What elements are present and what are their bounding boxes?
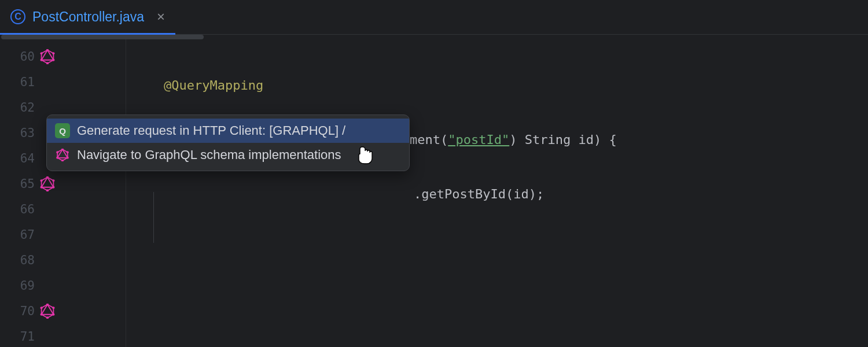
svg-point-23 <box>41 307 43 309</box>
svg-point-11 <box>52 179 54 182</box>
line-number: 67 <box>0 228 35 242</box>
svg-point-20 <box>52 313 54 316</box>
code-line[interactable]: @QueryMapping <box>126 73 868 98</box>
svg-point-30 <box>56 157 58 159</box>
code-line[interactable]: .getPostById(id); <box>126 182 868 207</box>
http-generate-icon: Q <box>55 123 70 138</box>
code-area[interactable]: @QueryMapping ment("postId") String id) … <box>126 39 868 347</box>
svg-point-6 <box>41 59 43 61</box>
gutter: 60 61 62 63 64 65 66 67 68 69 70 71 <box>0 39 126 347</box>
tab-bar: C PostController.java × <box>0 0 868 35</box>
java-class-icon: C <box>10 9 25 24</box>
svg-marker-25 <box>57 149 68 158</box>
popup-item-label: Generate request in HTTP Client: [GRAPHQ… <box>77 123 345 138</box>
line-number: 65 <box>0 177 35 191</box>
line-number: 71 <box>0 330 35 344</box>
svg-marker-9 <box>42 178 54 187</box>
svg-point-12 <box>52 186 54 189</box>
svg-point-4 <box>52 59 54 61</box>
graphql-icon[interactable] <box>39 176 56 192</box>
editor-area: 60 61 62 63 64 65 66 67 68 69 70 71 @Que… <box>0 39 868 347</box>
svg-point-28 <box>67 157 69 159</box>
svg-point-22 <box>41 313 43 316</box>
line-number: 68 <box>0 253 35 267</box>
svg-point-15 <box>41 179 43 182</box>
svg-point-27 <box>67 151 69 153</box>
svg-marker-1 <box>42 50 54 60</box>
code-line[interactable] <box>126 290 868 316</box>
line-number: 60 <box>0 50 35 64</box>
code-line[interactable]: @MutationMapping <box>126 345 868 347</box>
code-line[interactable] <box>126 236 868 261</box>
line-number: 66 <box>0 202 35 216</box>
graphql-icon[interactable] <box>39 49 56 65</box>
popup-item-label: Navigate to GraphQL schema implementatio… <box>77 147 341 163</box>
svg-point-7 <box>41 52 43 54</box>
svg-point-19 <box>52 307 54 309</box>
tab-scroll-thumb[interactable] <box>1 35 204 39</box>
line-number: 62 <box>0 101 35 115</box>
line-number: 64 <box>0 152 35 165</box>
close-tab-icon[interactable]: × <box>157 9 165 25</box>
svg-point-14 <box>41 186 43 189</box>
line-number: 69 <box>0 279 35 293</box>
line-number: 61 <box>0 75 35 89</box>
svg-point-3 <box>52 52 54 54</box>
indent-guide <box>153 192 154 243</box>
svg-marker-17 <box>42 305 54 315</box>
tab-filename: PostController.java <box>32 9 144 25</box>
popup-item-generate-http-request[interactable]: Q Generate request in HTTP Client: [GRAP… <box>47 119 409 143</box>
editor-tab[interactable]: C PostController.java × <box>0 1 175 35</box>
gutter-action-popup: Q Generate request in HTTP Client: [GRAP… <box>46 115 410 171</box>
graphql-icon <box>55 147 70 163</box>
line-number: 63 <box>0 126 35 140</box>
svg-point-31 <box>56 151 58 153</box>
graphql-icon[interactable] <box>39 303 56 319</box>
line-number: 70 <box>0 304 35 318</box>
popup-item-navigate-graphql-schema[interactable]: Navigate to GraphQL schema implementatio… <box>47 143 409 167</box>
